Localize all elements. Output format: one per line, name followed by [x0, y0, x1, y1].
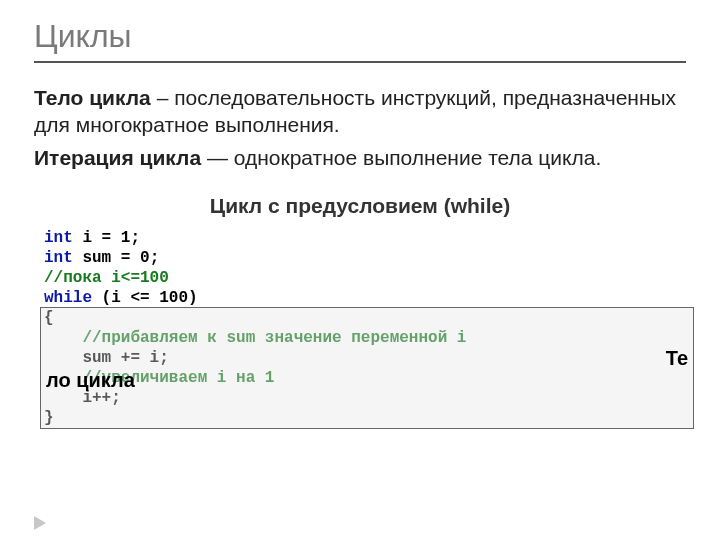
- term-iteration-text: — однократное выполнение тела цикла.: [201, 146, 601, 169]
- code-line: }: [44, 408, 686, 428]
- keyword: int: [44, 249, 73, 267]
- code-text: i = 1;: [73, 229, 140, 247]
- code-block: int i = 1; int sum = 0; //пока i<=100 wh…: [34, 228, 686, 428]
- code-text: (i <= 100): [92, 289, 198, 307]
- keyword: int: [44, 229, 73, 247]
- code-comment: //пока i<=100: [44, 268, 686, 288]
- code-comment: //прибавляем к sum значение переменной i: [44, 328, 686, 348]
- code-text: sum = 0;: [73, 249, 159, 267]
- code-line: int sum = 0;: [44, 248, 686, 268]
- arrow-icon: [34, 516, 46, 530]
- section-heading: Цикл с предусловием (while): [34, 194, 686, 218]
- code-comment: //увеличиваем i на 1: [44, 368, 686, 388]
- definition-iteration: Итерация цикла — однократное выполнение …: [34, 145, 686, 172]
- definition-body: Тело цикла – последовательность инструкц…: [34, 85, 686, 139]
- body-label-part1: Те: [666, 346, 688, 371]
- term-iteration: Итерация цикла: [34, 146, 201, 169]
- term-body: Тело цикла: [34, 86, 151, 109]
- code-line: while (i <= 100): [44, 288, 686, 308]
- body-label-part2: ло цикла: [46, 368, 135, 393]
- slide-title: Циклы: [34, 18, 686, 63]
- code-line: {: [44, 308, 686, 328]
- code-line: int i = 1;: [44, 228, 686, 248]
- code-line: i++;: [44, 388, 686, 408]
- code-line: sum += i;: [44, 348, 686, 368]
- keyword: while: [44, 289, 92, 307]
